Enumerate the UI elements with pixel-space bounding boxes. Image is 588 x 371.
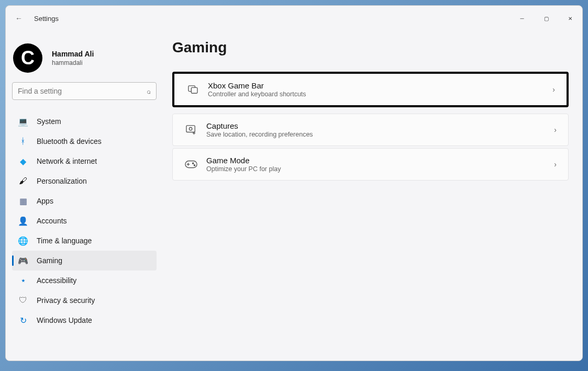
card-xbox-game-bar-title: Xbox Game Bar bbox=[208, 81, 547, 90]
page-title: Gaming bbox=[172, 39, 569, 56]
card-game-mode-icon bbox=[184, 160, 198, 168]
svg-point-9 bbox=[193, 163, 194, 164]
sidebar-item-apps-icon: ▦ bbox=[18, 196, 28, 206]
sidebar-item-system-icon: 💻 bbox=[18, 117, 28, 126]
sidebar-item-accessibility-icon: ⭑ bbox=[18, 276, 28, 285]
sidebar-item-personalization-icon: 🖌 bbox=[18, 176, 28, 186]
avatar: C bbox=[13, 43, 42, 73]
sidebar-item-gaming-label: Gaming bbox=[37, 256, 62, 265]
nav-list: 💻SystemᚼBluetooth & devices◆Network & in… bbox=[12, 111, 157, 330]
card-captures-text: CapturesSave location, recording prefere… bbox=[206, 121, 549, 138]
sidebar-item-gaming[interactable]: 🎮Gaming bbox=[12, 251, 157, 271]
sidebar-item-time-icon: 🌐 bbox=[18, 236, 28, 245]
sidebar-item-privacy[interactable]: 🛡Privacy & security bbox=[12, 290, 157, 310]
sidebar-item-network-icon: ◆ bbox=[18, 156, 28, 166]
sidebar-item-accounts[interactable]: 👤Accounts bbox=[12, 211, 157, 231]
main-content: Gaming Xbox Game BarController and keybo… bbox=[163, 31, 582, 361]
card-captures-title: Captures bbox=[206, 121, 549, 130]
sidebar-item-apps-label: Apps bbox=[37, 197, 53, 205]
titlebar: ← Settings ─ ▢ ✕ bbox=[6, 6, 582, 31]
card-xbox-game-bar-sub: Controller and keyboard shortcuts bbox=[208, 91, 547, 98]
sidebar-item-personalization[interactable]: 🖌Personalization bbox=[12, 171, 157, 191]
sidebar-item-privacy-label: Privacy & security bbox=[37, 296, 95, 305]
svg-point-3 bbox=[189, 127, 192, 130]
sidebar-item-personalization-label: Personalization bbox=[37, 177, 87, 185]
sidebar-item-system[interactable]: 💻System bbox=[12, 111, 157, 131]
sidebar-item-network[interactable]: ◆Network & internet bbox=[12, 151, 157, 171]
sidebar-item-update[interactable]: ↻Windows Update bbox=[12, 310, 157, 330]
card-captures-sub: Save location, recording preferences bbox=[206, 131, 549, 138]
search-box[interactable]: ⌕ bbox=[12, 82, 157, 100]
sidebar-item-accessibility-label: Accessibility bbox=[37, 276, 76, 285]
chevron-right-icon: › bbox=[547, 85, 555, 94]
sidebar-item-accounts-label: Accounts bbox=[37, 217, 67, 225]
card-game-mode-sub: Optimize your PC for play bbox=[206, 165, 549, 173]
sidebar-item-accounts-icon: 👤 bbox=[18, 216, 28, 226]
sidebar-item-update-label: Windows Update bbox=[37, 316, 92, 324]
maximize-button[interactable]: ▢ bbox=[534, 10, 558, 27]
window-controls: ─ ▢ ✕ bbox=[510, 10, 582, 27]
card-xbox-game-bar-text: Xbox Game BarController and keyboard sho… bbox=[208, 81, 547, 98]
profile-block[interactable]: C Hammad Ali hammadali bbox=[12, 41, 157, 82]
sidebar-item-bluetooth-label: Bluetooth & devices bbox=[37, 137, 102, 145]
svg-rect-2 bbox=[186, 126, 195, 132]
back-button[interactable]: ← bbox=[15, 14, 23, 23]
sidebar-item-time[interactable]: 🌐Time & language bbox=[12, 231, 157, 251]
card-game-mode-title: Game Mode bbox=[206, 156, 549, 165]
sidebar-item-update-icon: ↻ bbox=[18, 316, 28, 325]
sidebar-item-gaming-icon: 🎮 bbox=[18, 256, 28, 265]
sidebar: C Hammad Ali hammadali ⌕ 💻SystemᚼBluetoo… bbox=[6, 31, 163, 361]
search-input[interactable] bbox=[18, 87, 147, 95]
card-xbox-game-bar-icon bbox=[186, 85, 199, 94]
svg-point-10 bbox=[194, 165, 195, 166]
card-game-mode-text: Game ModeOptimize your PC for play bbox=[206, 156, 549, 173]
sidebar-item-system-label: System bbox=[37, 117, 61, 126]
settings-window: ← Settings ─ ▢ ✕ C Hammad Ali hammadali … bbox=[5, 5, 583, 361]
profile-email: hammadali bbox=[52, 59, 94, 66]
svg-rect-1 bbox=[191, 87, 197, 93]
minimize-button[interactable]: ─ bbox=[510, 10, 534, 27]
sidebar-item-time-label: Time & language bbox=[37, 237, 92, 245]
sidebar-item-privacy-icon: 🛡 bbox=[18, 296, 28, 305]
chevron-right-icon: › bbox=[549, 126, 557, 134]
search-icon: ⌕ bbox=[147, 87, 151, 95]
titlebar-left: ← Settings bbox=[15, 14, 59, 23]
cards-container: Xbox Game BarController and keyboard sho… bbox=[172, 72, 569, 181]
card-game-mode[interactable]: Game ModeOptimize your PC for play› bbox=[172, 148, 569, 181]
sidebar-item-apps[interactable]: ▦Apps bbox=[12, 191, 157, 211]
sidebar-item-network-label: Network & internet bbox=[37, 157, 97, 165]
card-captures[interactable]: CapturesSave location, recording prefere… bbox=[172, 114, 569, 146]
sidebar-item-bluetooth-icon: ᚼ bbox=[18, 137, 28, 146]
card-captures-icon bbox=[184, 125, 198, 135]
sidebar-item-accessibility[interactable]: ⭑Accessibility bbox=[12, 271, 157, 290]
close-button[interactable]: ✕ bbox=[558, 10, 582, 27]
sidebar-item-bluetooth[interactable]: ᚼBluetooth & devices bbox=[12, 131, 157, 151]
window-title: Settings bbox=[34, 15, 59, 23]
card-xbox-game-bar[interactable]: Xbox Game BarController and keyboard sho… bbox=[172, 72, 569, 107]
profile-name: Hammad Ali bbox=[52, 50, 94, 58]
body-area: C Hammad Ali hammadali ⌕ 💻SystemᚼBluetoo… bbox=[6, 31, 582, 361]
chevron-right-icon: › bbox=[549, 160, 557, 168]
